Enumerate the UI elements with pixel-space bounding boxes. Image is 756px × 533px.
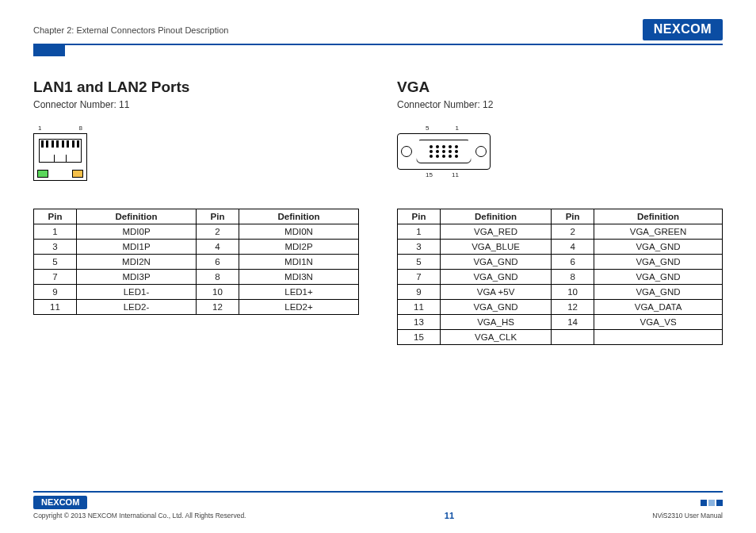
definition-cell: VGA_RED (441, 224, 552, 240)
page-header: Chapter 2: External Connectors Pinout De… (33, 19, 723, 45)
definition-cell: MDI3N (239, 270, 359, 285)
pin-cell: 3 (34, 240, 77, 255)
table-header: Definition (441, 209, 552, 224)
table-row: 9LED1-10LED1+ (34, 285, 359, 300)
vga-pin-label-1: 1 (456, 125, 459, 132)
definition-cell: VGA_CLK (441, 330, 552, 345)
table-row: 7VGA_GND8VGA_GND (398, 270, 723, 285)
definition-cell: MDI1P (77, 240, 197, 255)
pin-cell: 2 (197, 224, 239, 240)
lan-pin-label-1: 1 (38, 125, 41, 132)
footer-logo: NEXCOM (33, 496, 87, 509)
lan-section: LAN1 and LAN2 Ports Connector Number: 11… (33, 79, 359, 345)
table-row: 7MDI3P8MDI3N (34, 270, 359, 285)
rj45-led-green-icon (37, 170, 48, 178)
rj45-led-amber-icon (72, 170, 83, 178)
lan-pinout-table: Pin Definition Pin Definition 1MDI0P2MDI… (33, 209, 359, 315)
table-row: 9VGA +5V10VGA_GND (398, 285, 723, 300)
pin-cell: 12 (552, 300, 594, 315)
footer-squares-icon (701, 500, 723, 506)
pin-cell: 10 (552, 285, 594, 300)
definition-cell: VGA_VS (594, 315, 723, 330)
table-header: Pin (34, 209, 77, 224)
pin-cell: 9 (398, 285, 441, 300)
definition-cell: VGA_GREEN (594, 224, 723, 240)
pin-cell: 7 (398, 270, 441, 285)
brand-logo: NEXCOM (643, 19, 723, 40)
table-header: Definition (239, 209, 359, 224)
definition-cell: VGA_GND (441, 255, 552, 270)
definition-cell: LED1+ (239, 285, 359, 300)
pin-cell: 13 (398, 315, 441, 330)
definition-cell: LED2- (77, 300, 197, 315)
vga-pin-label-5: 5 (426, 125, 429, 132)
pin-cell: 8 (197, 270, 239, 285)
pin-cell: 6 (552, 255, 594, 270)
pin-cell: 11 (398, 300, 441, 315)
chapter-label: Chapter 2: External Connectors Pinout De… (33, 25, 228, 35)
vga-screw-icon (401, 146, 412, 157)
table-row: 3VGA_BLUE4VGA_GND (398, 240, 723, 255)
definition-cell: MDI0P (77, 224, 197, 240)
rj45-icon (33, 133, 87, 181)
pin-cell: 5 (398, 255, 441, 270)
definition-cell: MDI3P (77, 270, 197, 285)
vga-pin-label-15: 15 (426, 171, 433, 178)
pin-cell: 15 (398, 330, 441, 345)
content-row: LAN1 and LAN2 Ports Connector Number: 11… (33, 79, 723, 345)
lan-pin-label-8: 8 (79, 125, 82, 132)
definition-cell: MDI2N (77, 255, 197, 270)
vga-diagram: 5 1 15 11 (397, 125, 723, 204)
pin-cell: 2 (552, 224, 594, 240)
pin-cell: 1 (398, 224, 441, 240)
manual-name: NViS2310 User Manual (652, 512, 723, 520)
definition-cell: VGA_BLUE (441, 240, 552, 255)
table-row: 13VGA_HS14VGA_VS (398, 315, 723, 330)
pin-cell: 12 (197, 300, 239, 315)
vga-subtitle: Connector Number: 12 (397, 99, 723, 110)
table-row: 15VGA_CLK (398, 330, 723, 345)
table-row: 5VGA_GND6VGA_GND (398, 255, 723, 270)
pin-cell: 14 (552, 315, 594, 330)
pin-cell (552, 330, 594, 345)
table-header: Pin (197, 209, 239, 224)
vga-pinout-table: Pin Definition Pin Definition 1VGA_RED2V… (397, 209, 723, 345)
pin-cell: 6 (197, 255, 239, 270)
pin-cell: 8 (552, 270, 594, 285)
table-row: 11VGA_GND12VGA_DATA (398, 300, 723, 315)
definition-cell: VGA_DATA (594, 300, 723, 315)
pin-cell: 10 (197, 285, 239, 300)
copyright-text: Copyright © 2013 NEXCOM International Co… (33, 512, 246, 520)
pin-cell: 1 (34, 224, 77, 240)
pin-cell: 4 (552, 240, 594, 255)
lan-subtitle: Connector Number: 11 (33, 99, 359, 110)
definition-cell (594, 330, 723, 345)
header-accent-tab (33, 45, 65, 56)
definition-cell: VGA_GND (594, 240, 723, 255)
table-header: Definition (594, 209, 723, 224)
definition-cell: VGA_GND (594, 285, 723, 300)
table-header: Pin (552, 209, 594, 224)
table-header-row: Pin Definition Pin Definition (34, 209, 359, 224)
table-header: Definition (77, 209, 197, 224)
pin-cell: 5 (34, 255, 77, 270)
definition-cell: MDI1N (239, 255, 359, 270)
lan-title: LAN1 and LAN2 Ports (33, 79, 359, 96)
definition-cell: LED2+ (239, 300, 359, 315)
pin-cell: 3 (398, 240, 441, 255)
pin-cell: 9 (34, 285, 77, 300)
table-row: 1MDI0P2MDI0N (34, 224, 359, 240)
vga-connector-icon (397, 133, 491, 170)
table-row: 11LED2-12LED2+ (34, 300, 359, 315)
vga-screw-icon (475, 146, 487, 157)
pin-cell: 11 (34, 300, 77, 315)
lan-diagram: 1 8 (33, 125, 359, 204)
table-row: 3MDI1P4MDI2P (34, 240, 359, 255)
pin-cell: 4 (197, 240, 239, 255)
definition-cell: VGA_HS (441, 315, 552, 330)
pin-cell: 7 (34, 270, 77, 285)
page-number: 11 (445, 511, 454, 520)
definition-cell: VGA +5V (441, 285, 552, 300)
vga-section: VGA Connector Number: 12 5 1 15 11 (397, 79, 723, 345)
definition-cell: VGA_GND (594, 270, 723, 285)
